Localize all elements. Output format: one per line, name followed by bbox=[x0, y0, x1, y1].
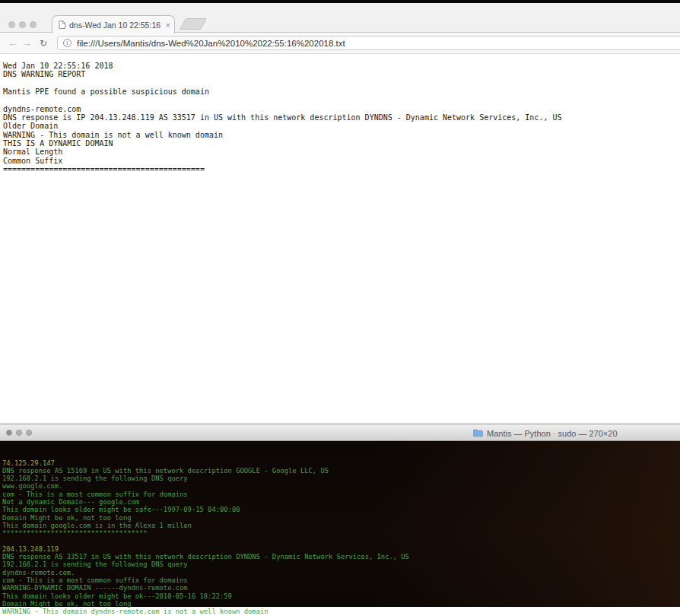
page-text-line: Older Domain bbox=[3, 122, 680, 130]
terminal-line: dyndns-remote.com. bbox=[2, 569, 680, 576]
address-bar[interactable]: i file:///Users/Mantis/dns-Wed%20Jan%201… bbox=[57, 36, 680, 50]
new-tab-button[interactable] bbox=[180, 18, 207, 30]
reload-button[interactable]: ↻ bbox=[37, 37, 50, 50]
terminal-line: 192.168.2.1 is sending the following DNS… bbox=[2, 475, 680, 482]
page-text-line: Wed Jan 10 22:55:16 2018 bbox=[3, 62, 680, 70]
terminal-output: 74.125.29.147DNS response AS 15169 in US… bbox=[0, 441, 680, 607]
page-text-line: Mantis PPE found a possible suspicious d… bbox=[3, 87, 680, 96]
terminal-line: Not a dynamic Domain--- google.com bbox=[2, 498, 680, 506]
close-window-button[interactable] bbox=[6, 430, 12, 436]
terminal-line bbox=[2, 538, 680, 545]
close-window-button[interactable] bbox=[8, 21, 15, 28]
terminal-line: This domain looks older might be ok---20… bbox=[2, 592, 680, 600]
browser-tab[interactable]: dns-Wed Jan 10 22:55:16 2018 × bbox=[52, 15, 175, 33]
terminal-title: Mantis — Python · sudo — 270×20 bbox=[473, 427, 618, 439]
terminal-title-text: Mantis — Python · sudo — 270×20 bbox=[487, 429, 618, 438]
minimize-window-button[interactable] bbox=[16, 430, 22, 436]
terminal-line: com - This is a most common suffix for d… bbox=[2, 491, 680, 498]
terminal-line: 192.168.2.1 is sending the following DNS… bbox=[2, 560, 680, 568]
page-content: Wed Jan 10 22:55:16 2018DNS WARNING REPO… bbox=[0, 58, 680, 424]
browser-window-controls bbox=[8, 21, 37, 28]
page-text-line: Common Suffix bbox=[3, 157, 680, 165]
terminal-lines: 74.125.29.147DNS response AS 15169 in US… bbox=[2, 459, 680, 616]
zoom-window-button[interactable] bbox=[30, 21, 37, 28]
page-text-line bbox=[3, 96, 680, 104]
terminal-line: ************************************ bbox=[2, 529, 680, 537]
zoom-window-button[interactable] bbox=[26, 430, 32, 436]
page-text-line: DNS WARNING REPORT bbox=[3, 70, 680, 78]
page-text-line bbox=[3, 79, 680, 87]
terminal-line: WARNING-DYNAMIC DOMAIN ------dyndns-remo… bbox=[2, 584, 680, 592]
page-text-line: Normal Length bbox=[3, 148, 680, 156]
url-text: file:///Users/Mantis/dns-Wed%20Jan%2010%… bbox=[77, 39, 345, 48]
document-icon bbox=[59, 21, 65, 29]
back-button[interactable]: ← bbox=[6, 37, 20, 50]
page-text-line: dyndns-remote.com bbox=[3, 105, 680, 113]
browser-window: dns-Wed Jan 10 22:55:16 2018 × ← → ↻ i f… bbox=[0, 3, 680, 424]
tab-title: dns-Wed Jan 10 22:55:16 2018 bbox=[69, 21, 163, 30]
terminal-line: 74.125.29.147 bbox=[2, 459, 680, 467]
terminal-line: com - This is a most common suffix for d… bbox=[2, 576, 680, 584]
terminal-line: Domain Might be ok, not too long bbox=[2, 600, 680, 608]
terminal-line: DNS response AS 15169 in US with this ne… bbox=[2, 467, 680, 475]
terminal-line: 204.13.248.119 bbox=[2, 545, 680, 553]
terminal-line: DNS response AS 33517 in US with this ne… bbox=[2, 553, 680, 560]
forward-button[interactable]: → bbox=[20, 37, 33, 50]
tab-close-icon[interactable]: × bbox=[166, 21, 170, 30]
minimize-window-button[interactable] bbox=[19, 21, 26, 28]
page-info-icon[interactable]: i bbox=[63, 39, 71, 47]
terminal-title-bar[interactable]: Mantis — Python · sudo — 270×20 bbox=[0, 424, 680, 441]
terminal-line: This domain looks older might be safe---… bbox=[2, 506, 680, 513]
terminal-line: This domain google.com is in the Alexa 1… bbox=[2, 522, 680, 529]
terminal-line: www.google.com. bbox=[2, 482, 680, 490]
folder-icon bbox=[473, 429, 483, 437]
terminal-window: Mantis — Python · sudo — 270×20 74.125.2… bbox=[0, 424, 680, 607]
terminal-window-controls bbox=[6, 430, 32, 436]
page-text-line: DNS response is IP 204.13.248.119 AS 335… bbox=[3, 113, 680, 122]
page-text-line: THIS IS A DYNAMIC DOMAIN bbox=[3, 139, 680, 148]
terminal-line: WARNING - This domain dyndns-remote.com … bbox=[2, 608, 680, 615]
page-text-line: WARNING - This domain is not a well know… bbox=[3, 131, 680, 139]
terminal-line: Domain Might be ok, not too long bbox=[2, 514, 680, 522]
page-text-line: ========================================… bbox=[3, 165, 680, 173]
browser-toolbar: ← → ↻ i file:///Users/Mantis/dns-Wed%20J… bbox=[0, 33, 680, 54]
browser-tab-bar: dns-Wed Jan 10 22:55:16 2018 × bbox=[0, 3, 680, 33]
